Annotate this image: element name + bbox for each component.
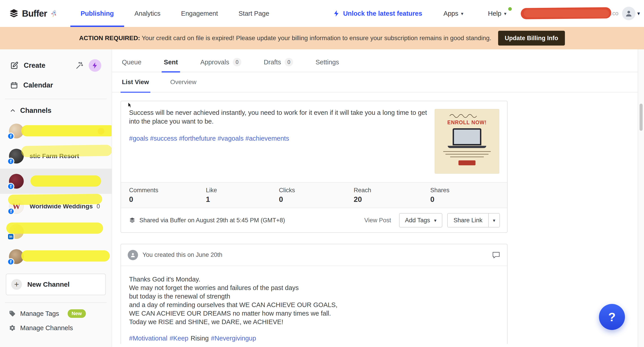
post-text: Success will be never achieved instantly… xyxy=(129,108,429,126)
tab-sent[interactable]: Sent xyxy=(164,52,178,72)
share-link-button[interactable]: Share Link xyxy=(448,214,488,227)
new-channel-button[interactable]: + New Channel xyxy=(6,274,106,295)
magic-wand-icon[interactable] xyxy=(76,62,83,69)
view-post-link[interactable]: View Post xyxy=(364,217,391,224)
help-label: Help xyxy=(488,10,502,17)
channel-item-1[interactable]: f xyxy=(0,118,112,144)
apps-label: Apps xyxy=(444,10,458,17)
post-line: Today we RISE and SHINE, we DARE, we ACH… xyxy=(129,318,429,326)
tab-count-badge: 0 xyxy=(284,58,293,66)
calendar-icon xyxy=(10,81,18,89)
account-chevron-down-icon[interactable]: ▾ xyxy=(637,10,640,17)
person-icon xyxy=(130,252,136,258)
new-badge: New xyxy=(68,309,86,318)
tab-settings[interactable]: Settings xyxy=(316,52,339,72)
stat-label: Reach xyxy=(354,187,430,194)
tab-label: Settings xyxy=(316,59,339,66)
quick-create-button[interactable] xyxy=(89,59,101,72)
rocket-icon xyxy=(49,9,59,19)
channels-section-toggle[interactable]: Channels xyxy=(0,103,112,118)
laptop-graphic xyxy=(453,128,481,145)
post-actions: View Post Add Tags ▾ Share Link ▾ xyxy=(364,213,500,227)
share-link-split-button: Share Link ▾ xyxy=(447,213,500,227)
shared-label: Shared via Buffer on August 29th at 5:45… xyxy=(140,217,285,224)
subtab-list-view[interactable]: List View xyxy=(122,72,149,92)
mouse-cursor-icon xyxy=(127,102,133,109)
stat-value: 0 xyxy=(129,195,133,204)
facebook-badge-icon: f xyxy=(7,183,14,190)
channel-item-2[interactable]: f stic Farm Resort xyxy=(0,144,112,169)
hashtag-link[interactable]: #Keep xyxy=(170,335,188,342)
nav-tab-analytics[interactable]: Analytics xyxy=(124,0,171,27)
nav-tab-publishing[interactable]: Publishing xyxy=(70,0,124,27)
banner-text: ACTION REQUIRED: Your credit card on fil… xyxy=(79,35,492,42)
help-fab-button[interactable]: ? xyxy=(599,304,625,330)
sent-posts-list: Success will be never achieved instantly… xyxy=(112,92,644,344)
scrollbar-track[interactable] xyxy=(638,49,644,347)
nav-tab-engagement[interactable]: Engagement xyxy=(171,0,228,27)
post-header: You created this on June 20th xyxy=(121,244,507,266)
manage-tags-link[interactable]: Manage Tags New xyxy=(0,306,112,321)
update-billing-button[interactable]: Update Billing Info xyxy=(498,31,565,46)
help-menu[interactable]: Help ▾ xyxy=(488,10,506,17)
tab-approvals[interactable]: Approvals 0 xyxy=(200,52,241,72)
scrollbar-thumb[interactable] xyxy=(640,104,643,131)
laptop-base xyxy=(448,146,486,148)
top-navigation: Buffer Publishing Analytics Engagement S… xyxy=(0,0,644,27)
post-thumbnail[interactable]: ENROLL NOW! xyxy=(435,109,499,174)
account-email-area: levine.barraquio@gmail.co xyxy=(521,7,618,20)
facebook-badge-icon: f xyxy=(7,258,14,265)
person-icon xyxy=(625,10,633,18)
hashtag-link[interactable]: #Nevergivingup xyxy=(211,335,256,342)
channel-item-6[interactable]: f xyxy=(0,244,112,269)
post-line: We may not forget the worries and failur… xyxy=(129,283,429,292)
unlock-latest-features-link[interactable]: Unlock the latest features xyxy=(334,10,422,17)
user-avatar[interactable] xyxy=(622,7,636,20)
sidebar-item-calendar[interactable]: Calendar xyxy=(0,75,112,95)
manage-channels-label: Manage Channels xyxy=(20,324,73,332)
add-tags-button[interactable]: Add Tags ▾ xyxy=(399,213,442,227)
channel-list: f f stic Farm Resort f xyxy=(0,118,112,269)
sidebar: Create C xyxy=(0,49,112,347)
manage-tags-label: Manage Tags xyxy=(20,310,59,317)
channel-item-worldwide-weddings[interactable]: W f Worldwide Weddings 0 xyxy=(0,194,112,219)
buffer-app: Buffer Publishing Analytics Engagement S… xyxy=(0,0,644,347)
post-line: WE CAN ACHIEVE OUR DREAMS no matter how … xyxy=(129,309,429,318)
banner-bold: ACTION REQUIRED: xyxy=(79,35,140,42)
stat-value: 0 xyxy=(279,195,283,204)
unlock-label: Unlock the latest features xyxy=(343,10,422,17)
manage-channels-link[interactable]: Manage Channels xyxy=(0,321,112,335)
comment-icon[interactable] xyxy=(492,251,500,259)
subtab-overview[interactable]: Overview xyxy=(170,72,196,92)
sent-subtabs: List View Overview xyxy=(112,72,644,92)
post-text: Thanks God it's Monday. We may not forge… xyxy=(129,275,507,326)
chevron-down-icon: ▾ xyxy=(504,11,506,16)
new-channel-label: New Channel xyxy=(27,281,70,288)
post-body: Success will be never achieved instantly… xyxy=(121,101,507,182)
tab-label: Queue xyxy=(122,59,142,66)
tab-label: Approvals xyxy=(200,59,229,66)
nav-tab-start-page[interactable]: Start Page xyxy=(228,0,280,27)
redaction-highlight xyxy=(21,145,112,157)
lightning-icon xyxy=(92,62,98,69)
sidebar-item-create[interactable]: Create xyxy=(0,56,112,75)
share-link-dropdown-button[interactable]: ▾ xyxy=(488,214,500,227)
thumb-headline: ENROLL NOW! xyxy=(447,120,486,126)
billing-alert-banner: ACTION REQUIRED: Your credit card on fil… xyxy=(0,27,644,49)
stat-value: 0 xyxy=(430,195,434,204)
channel-item-3-selected[interactable]: f xyxy=(0,169,112,194)
channel-item-5[interactable]: in xyxy=(0,219,112,244)
tab-queue[interactable]: Queue xyxy=(122,52,142,72)
tab-drafts[interactable]: Drafts 0 xyxy=(264,52,293,72)
add-tags-label: Add Tags xyxy=(405,217,430,224)
tab-label: Sent xyxy=(164,59,178,66)
buffer-logo[interactable]: Buffer xyxy=(9,9,58,19)
post-line: but today is the renewal of strength xyxy=(129,292,429,300)
post-body: Thanks God it's Monday. We may not forge… xyxy=(121,266,507,342)
channels-label: Channels xyxy=(20,107,52,115)
banner-message: Your credit card on file is expired! Ple… xyxy=(140,35,491,42)
apps-menu[interactable]: Apps ▾ xyxy=(444,10,464,17)
hashtag-link[interactable]: #Motivational xyxy=(129,335,168,342)
compose-icon xyxy=(10,62,18,70)
post-stats: Comments 0 Like 1 Clicks 0 Reach xyxy=(121,182,507,208)
